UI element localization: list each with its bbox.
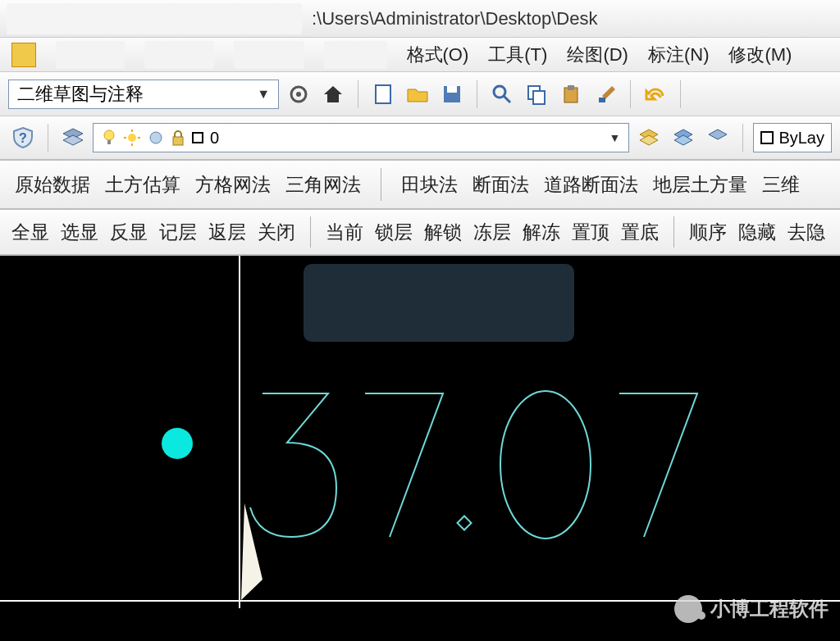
menu-view[interactable]: 视图(V) (234, 41, 304, 69)
find-button[interactable] (487, 80, 517, 109)
layer-properties-button[interactable] (58, 123, 88, 152)
op-lock[interactable]: 锁层 (375, 220, 413, 245)
gear-icon (287, 83, 310, 106)
layer-name: 0 (210, 129, 219, 148)
svg-rect-12 (599, 98, 605, 102)
toolbar-separator (48, 124, 48, 152)
save-button[interactable] (437, 80, 467, 109)
redaction-mask (304, 264, 574, 342)
help-button[interactable]: ? (8, 123, 38, 152)
svg-marker-15 (63, 135, 83, 145)
help-shield-icon: ? (11, 125, 35, 150)
copy-button[interactable] (522, 80, 551, 109)
tab-raw-data[interactable]: 原始数据 (15, 172, 90, 198)
workspace-label: 二维草图与注释 (17, 82, 257, 107)
workspace-select[interactable]: 二维草图与注释 ▼ (8, 80, 279, 109)
svg-rect-30 (458, 516, 472, 530)
cursor-wedge (238, 502, 287, 608)
layer-state-2-button[interactable] (669, 123, 698, 152)
svg-point-23 (150, 132, 162, 143)
menu-edit[interactable]: 编辑(E) (144, 41, 214, 69)
tab-road-section[interactable]: 道路断面法 (544, 172, 638, 198)
op-show-all[interactable]: 全显 (11, 220, 49, 245)
title-path: :\Users\Administrator\Desktop\Desk (312, 8, 833, 30)
undo-icon (643, 84, 668, 104)
menu-insert[interactable]: 插入(I) (324, 41, 387, 69)
tab-section[interactable]: 断面法 (472, 172, 529, 198)
menu-format[interactable]: 格式(O) (407, 43, 469, 67)
layer-state-1-button[interactable] (634, 123, 664, 152)
point-marker[interactable] (162, 428, 193, 459)
op-top[interactable]: 置顶 (572, 220, 609, 245)
tab-field[interactable]: 田块法 (401, 172, 458, 198)
op-invert[interactable]: 反显 (110, 220, 148, 245)
tab-grid[interactable]: 方格网法 (195, 172, 271, 198)
sun-icon (123, 129, 141, 147)
op-bottom[interactable]: 置底 (621, 220, 659, 245)
drawing-canvas[interactable]: 小博工程软件 (0, 256, 840, 641)
open-folder-icon (405, 83, 430, 106)
undo-button[interactable] (641, 80, 670, 109)
toolbar-main: 二维草图与注释 ▼ (0, 72, 840, 116)
home-icon (322, 83, 345, 106)
op-show-sel[interactable]: 选显 (61, 220, 98, 245)
tab-3d[interactable]: 三维 (762, 172, 800, 198)
menu-draw[interactable]: 绘图(D) (567, 43, 628, 67)
copy-icon (525, 83, 548, 106)
bulb-on-icon (102, 129, 116, 147)
chevron-down-icon: ▼ (609, 131, 621, 144)
workspace-settings-button[interactable] (284, 80, 313, 109)
svg-line-7 (504, 96, 510, 102)
tab-separator (381, 168, 381, 201)
svg-marker-26 (640, 135, 658, 145)
menu-modify[interactable]: 修改(M) (728, 43, 792, 67)
menu-tools[interactable]: 工具(T) (488, 43, 547, 67)
watermark: 小博工程软件 (674, 595, 829, 623)
menu-dimension[interactable]: 标注(N) (648, 43, 710, 67)
op-unhide[interactable]: 去隐 (788, 220, 825, 245)
watermark-text: 小博工程软件 (710, 596, 829, 622)
svg-point-6 (494, 86, 505, 98)
op-order[interactable]: 顺序 (689, 220, 727, 245)
paste-button[interactable] (556, 80, 586, 109)
menu-file[interactable]: 文件(F) (56, 41, 125, 69)
app-icon (11, 43, 36, 67)
op-unlock[interactable]: 解锁 (424, 220, 462, 245)
title-blank (7, 3, 302, 34)
svg-point-18 (128, 134, 136, 142)
op-hide[interactable]: 隐藏 (738, 220, 776, 245)
tab-strata[interactable]: 地层土方量 (653, 172, 747, 198)
svg-point-31 (500, 391, 591, 539)
op-return[interactable]: 返层 (208, 220, 246, 245)
layer-dropdown[interactable]: 0 ▼ (93, 123, 629, 152)
toolbar-separator (477, 80, 477, 108)
freeze-icon (148, 129, 164, 147)
new-button[interactable] (368, 80, 398, 109)
match-button[interactable] (591, 80, 620, 109)
linetype-dropdown[interactable]: ByLay (753, 123, 832, 152)
dimension-text (246, 379, 820, 559)
toolbar-layers: ? 0 ▼ ByLay (0, 116, 840, 161)
op-freeze[interactable]: 冻层 (473, 220, 511, 245)
svg-marker-28 (674, 135, 692, 145)
toolbar-separator (630, 80, 631, 108)
svg-rect-11 (568, 85, 574, 90)
tab-earthwork[interactable]: 土方估算 (105, 172, 180, 198)
op-thaw[interactable]: 解冻 (523, 220, 560, 245)
layer-state-3-button[interactable] (703, 123, 733, 152)
layers-icon (705, 125, 730, 150)
paste-icon (559, 83, 582, 106)
color-swatch (760, 131, 774, 144)
op-current[interactable]: 当前 (326, 220, 363, 245)
layers-icon (637, 125, 661, 150)
svg-marker-2 (324, 86, 342, 102)
open-button[interactable] (403, 80, 432, 109)
op-remember[interactable]: 记层 (159, 220, 197, 245)
op-close[interactable]: 关闭 (258, 220, 295, 245)
toolbar-separator (358, 80, 358, 108)
home-button[interactable] (318, 80, 348, 109)
tab-separator (673, 216, 674, 248)
toolbar-separator (680, 80, 681, 108)
lock-icon (171, 129, 185, 147)
tab-triangle[interactable]: 三角网法 (285, 172, 361, 198)
